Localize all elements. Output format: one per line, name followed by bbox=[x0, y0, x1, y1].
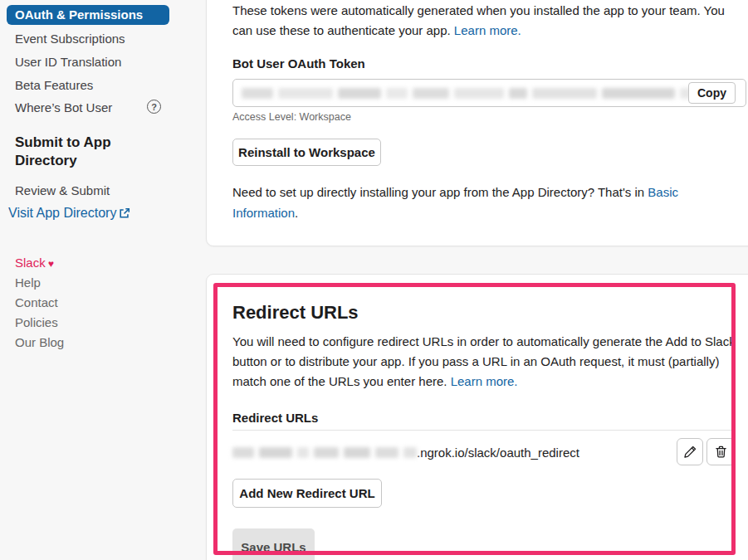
bot-token-label: Bot User OAuth Token bbox=[232, 56, 365, 71]
sidebar-section-heading: Submit to App Directory bbox=[15, 134, 148, 170]
redirect-urls-title: Redirect URLs bbox=[232, 302, 359, 324]
app-directory-footnote: Need to set up directly installing your … bbox=[232, 182, 712, 223]
sidebar-item-event-subscriptions[interactable]: Event Subscriptions bbox=[15, 32, 125, 46]
access-level-text: Access Level: Workspace bbox=[232, 111, 351, 123]
redirect-urls-description: You will need to configure redirect URLs… bbox=[232, 332, 736, 392]
list-divider bbox=[232, 430, 734, 431]
footer-link-help[interactable]: Help bbox=[15, 275, 41, 290]
sidebar: OAuth & Permissions Event Subscriptions … bbox=[0, 0, 206, 560]
sidebar-item-wheres-bot-user[interactable]: Where’s Bot User bbox=[15, 100, 112, 115]
redirect-urls-list-label: Redirect URLs bbox=[232, 411, 318, 425]
tokens-intro-paragraph: These tokens were automatically generate… bbox=[232, 1, 741, 41]
question-mark-icon[interactable]: ? bbox=[147, 100, 161, 114]
footnote-period: . bbox=[295, 206, 298, 220]
heart-icon: ♥ bbox=[48, 258, 54, 270]
delete-url-button[interactable] bbox=[706, 438, 736, 465]
edit-url-button[interactable] bbox=[677, 438, 703, 465]
add-redirect-url-button[interactable]: Add New Redirect URL bbox=[232, 479, 382, 508]
visit-app-directory-label: Visit App Directory bbox=[8, 206, 116, 221]
footer-link-our-blog[interactable]: Our Blog bbox=[15, 335, 64, 349]
redacted-token-value bbox=[242, 88, 746, 99]
external-link-icon bbox=[119, 207, 130, 219]
tokens-learn-more-link[interactable]: Learn more. bbox=[454, 23, 521, 37]
sidebar-item-user-id-translation[interactable]: User ID Translation bbox=[15, 55, 121, 70]
pencil-icon bbox=[683, 445, 697, 459]
trash-icon bbox=[714, 445, 728, 459]
reinstall-workspace-button[interactable]: Reinstall to Workspace bbox=[232, 139, 381, 166]
sidebar-item-beta-features[interactable]: Beta Features bbox=[15, 78, 93, 93]
footer-slack-label: Slack bbox=[15, 256, 46, 270]
footer-link-contact[interactable]: Contact bbox=[15, 295, 58, 309]
footer-link-slack[interactable]: Slack♥ bbox=[15, 256, 54, 270]
footer-link-policies[interactable]: Policies bbox=[15, 315, 58, 329]
sidebar-item-review-submit[interactable]: Review & Submit bbox=[15, 183, 110, 198]
footnote-text: Need to set up directly installing your … bbox=[232, 185, 648, 199]
redirect-learn-more-link[interactable]: Learn more. bbox=[451, 374, 518, 388]
redirect-url-text: .ngrok.io/slack/oauth_redirect bbox=[417, 446, 579, 460]
sidebar-item-oauth-permissions[interactable]: OAuth & Permissions bbox=[7, 5, 169, 25]
save-urls-button[interactable]: Save URLs bbox=[232, 528, 315, 560]
bot-token-field[interactable] bbox=[232, 79, 746, 107]
redacted-url-prefix bbox=[232, 447, 417, 458]
copy-token-button[interactable]: Copy bbox=[688, 82, 736, 104]
redirect-url-row: .ngrok.io/slack/oauth_redirect bbox=[232, 446, 579, 460]
visit-app-directory-link[interactable]: Visit App Directory bbox=[8, 206, 130, 221]
